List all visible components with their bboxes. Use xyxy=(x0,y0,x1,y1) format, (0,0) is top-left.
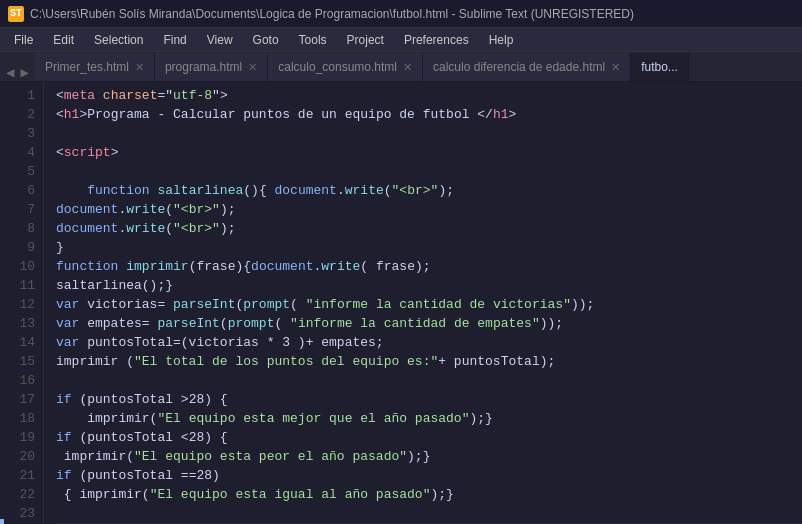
linenum-18: 18 xyxy=(4,409,35,428)
tab-nav-arrows: ◀ ▶ xyxy=(0,64,35,81)
app-icon: ST xyxy=(8,6,24,22)
menu-tools[interactable]: Tools xyxy=(289,31,337,49)
code-line-12: var victorias= parseInt(prompt( "informe… xyxy=(56,295,802,314)
code-line-21: if (puntosTotal ==28) xyxy=(56,466,802,485)
linenum-2: 2 xyxy=(4,105,35,124)
code-line-6: function saltarlinea(){ document.write("… xyxy=(56,181,802,200)
tab-primer-close[interactable]: ✕ xyxy=(135,61,144,74)
code-line-18: imprimir("El equipo esta mejor que el añ… xyxy=(56,409,802,428)
code-line-22: { imprimir("El equipo esta igual al año … xyxy=(56,485,802,504)
code-line-17: if (puntosTotal >28) { xyxy=(56,390,802,409)
code-line-4: <script> xyxy=(56,143,802,162)
tab-calculo-edade-close[interactable]: ✕ xyxy=(611,61,620,74)
title-bar: ST C:\Users\Rubén Solís Miranda\Document… xyxy=(0,0,802,28)
linenum-4: 4 xyxy=(4,143,35,162)
linenum-13: 13 xyxy=(4,314,35,333)
linenum-21: 21 xyxy=(4,466,35,485)
code-line-19: if (puntosTotal <28) { xyxy=(56,428,802,447)
linenum-15: 15 xyxy=(4,352,35,371)
tab-bar: ◀ ▶ Primer_tes.html ✕ programa.html ✕ ca… xyxy=(0,52,802,82)
linenum-10: 10 xyxy=(4,257,35,276)
code-line-9: } xyxy=(56,238,802,257)
linenum-12: 12 xyxy=(4,295,35,314)
code-line-16 xyxy=(56,371,802,390)
linenum-6: 6 xyxy=(4,181,35,200)
code-line-1: <meta charset="utf-8"> xyxy=(56,86,802,105)
code-line-10: function imprimir(frase){document.write(… xyxy=(56,257,802,276)
code-line-20: imprimir("El equipo esta peor el año pas… xyxy=(56,447,802,466)
menu-preferences[interactable]: Preferences xyxy=(394,31,479,49)
linenum-22: 22 xyxy=(4,485,35,504)
code-line-8: document.write("<br>"); xyxy=(56,219,802,238)
code-line-13: var empates= parseInt(prompt( "informe l… xyxy=(56,314,802,333)
menu-goto[interactable]: Goto xyxy=(243,31,289,49)
tab-futbol[interactable]: futbo... xyxy=(631,53,689,81)
menu-project[interactable]: Project xyxy=(337,31,394,49)
code-line-2: <h1>Programa - Calcular puntos de un equ… xyxy=(56,105,802,124)
tab-futbol-label: futbo... xyxy=(641,60,678,74)
code-line-3 xyxy=(56,124,802,143)
editor: 1 2 3 4 5 6 7 8 9 10 11 12 13 14 15 16 1… xyxy=(0,82,802,524)
tab-next-arrow[interactable]: ▶ xyxy=(18,64,30,81)
title-bar-text: C:\Users\Rubén Solís Miranda\Documents\L… xyxy=(30,7,634,21)
code-line-15: imprimir ("El total de los puntos del eq… xyxy=(56,352,802,371)
menu-bar: File Edit Selection Find View Goto Tools… xyxy=(0,28,802,52)
linenum-5: 5 xyxy=(4,162,35,181)
tab-primer-label: Primer_tes.html xyxy=(45,60,129,74)
tab-calculo-consumo[interactable]: calculo_consumo.html ✕ xyxy=(268,53,423,81)
line-numbers: 1 2 3 4 5 6 7 8 9 10 11 12 13 14 15 16 1… xyxy=(4,82,44,524)
code-line-11: saltarlinea();} xyxy=(56,276,802,295)
linenum-3: 3 xyxy=(4,124,35,143)
linenum-16: 16 xyxy=(4,371,35,390)
linenum-23: 23 xyxy=(4,504,35,523)
code-line-7: document.write("<br>"); xyxy=(56,200,802,219)
code-line-14: var puntosTotal=(victorias * 3 )+ empate… xyxy=(56,333,802,352)
linenum-8: 8 xyxy=(4,219,35,238)
code-editor[interactable]: <meta charset="utf-8"> <h1>Programa - Ca… xyxy=(44,82,802,524)
code-line-5 xyxy=(56,162,802,181)
linenum-17: 17 xyxy=(4,390,35,409)
linenum-20: 20 xyxy=(4,447,35,466)
linenum-11: 11 xyxy=(4,276,35,295)
tab-programa[interactable]: programa.html ✕ xyxy=(155,53,268,81)
menu-view[interactable]: View xyxy=(197,31,243,49)
tab-calculo-edade[interactable]: calculo diferencia de edade.html ✕ xyxy=(423,53,631,81)
menu-help[interactable]: Help xyxy=(479,31,524,49)
menu-file[interactable]: File xyxy=(4,31,43,49)
code-line-23 xyxy=(56,504,802,523)
tab-prev-arrow[interactable]: ◀ xyxy=(4,64,16,81)
tab-programa-close[interactable]: ✕ xyxy=(248,61,257,74)
linenum-14: 14 xyxy=(4,333,35,352)
linenum-19: 19 xyxy=(4,428,35,447)
linenum-1: 1 xyxy=(4,86,35,105)
linenum-7: 7 xyxy=(4,200,35,219)
tab-calculo-edade-label: calculo diferencia de edade.html xyxy=(433,60,605,74)
menu-find[interactable]: Find xyxy=(153,31,196,49)
tab-primer[interactable]: Primer_tes.html ✕ xyxy=(35,53,155,81)
menu-selection[interactable]: Selection xyxy=(84,31,153,49)
tab-calculo-consumo-close[interactable]: ✕ xyxy=(403,61,412,74)
tab-programa-label: programa.html xyxy=(165,60,242,74)
linenum-9: 9 xyxy=(4,238,35,257)
tab-calculo-consumo-label: calculo_consumo.html xyxy=(278,60,397,74)
menu-edit[interactable]: Edit xyxy=(43,31,84,49)
